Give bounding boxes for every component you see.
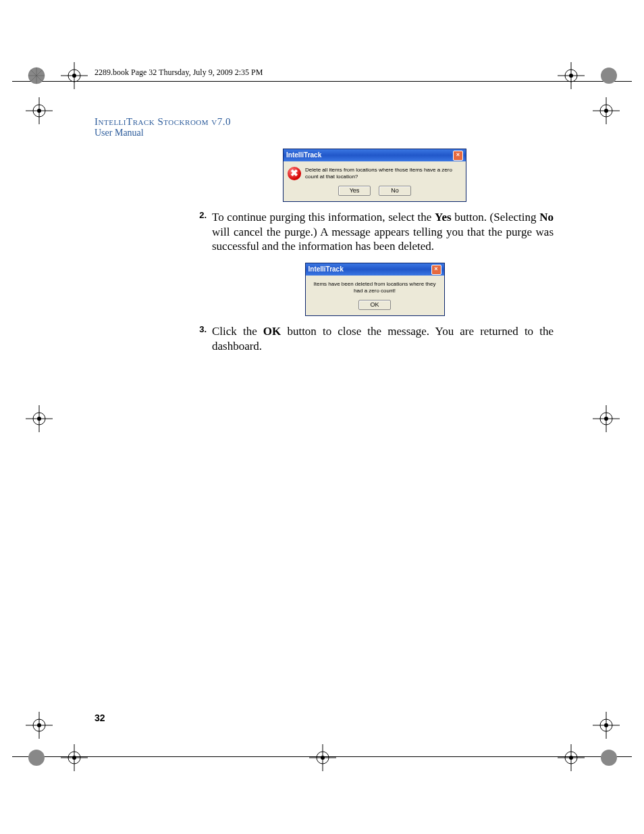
registration-mark-icon xyxy=(593,97,620,124)
product-name: IntelliTrack Stockroom v7.0 xyxy=(95,116,231,128)
svg-point-51 xyxy=(28,750,45,766)
svg-point-50 xyxy=(601,68,617,84)
dialog-titlebar: IntelliTrack × xyxy=(306,263,444,276)
dialog-body: ✖ Delete all items from locations where … xyxy=(284,161,466,201)
doc-subtitle: User Manual xyxy=(95,128,231,138)
main-content: IntelliTrack × ✖ Delete all items from l… xyxy=(196,149,554,353)
close-icon[interactable]: × xyxy=(453,151,463,161)
svg-point-3 xyxy=(72,74,76,78)
svg-point-7 xyxy=(569,74,573,78)
dialog-message: Delete all items from locations where th… xyxy=(305,167,462,180)
step-text: To continue purging this information, se… xyxy=(212,210,554,253)
step-number: 2. xyxy=(196,210,207,253)
confirm-dialog: IntelliTrack × ✖ Delete all items from l… xyxy=(283,149,466,202)
dialog-message: Items have been deleted from locations w… xyxy=(310,281,440,294)
registration-mark-icon xyxy=(61,744,88,771)
dialog-title: IntelliTrack xyxy=(308,265,344,274)
dialog-title: IntelliTrack xyxy=(286,151,321,160)
sunburst-icon xyxy=(599,66,618,85)
page-number: 32 xyxy=(95,712,105,723)
error-icon: ✖ xyxy=(288,167,301,180)
registration-mark-icon xyxy=(593,405,620,432)
registration-mark-icon xyxy=(558,62,585,89)
registration-mark-icon xyxy=(26,712,53,739)
svg-point-43 xyxy=(569,756,573,760)
registration-mark-icon xyxy=(558,744,585,771)
ok-button[interactable]: OK xyxy=(358,300,391,310)
registration-mark-icon xyxy=(61,62,88,89)
svg-point-27 xyxy=(37,723,41,727)
dialog-titlebar: IntelliTrack × xyxy=(284,149,466,161)
svg-point-19 xyxy=(37,417,41,421)
step-text: Click the OK button to close the message… xyxy=(212,324,554,353)
svg-point-52 xyxy=(601,750,617,766)
svg-point-35 xyxy=(72,756,76,760)
document-title: IntelliTrack Stockroom v7.0 User Manual xyxy=(95,116,231,138)
page-header: 2289.book Page 32 Thursday, July 9, 2009… xyxy=(95,68,263,78)
header-rule xyxy=(12,81,632,82)
svg-point-23 xyxy=(604,417,608,421)
registration-mark-icon xyxy=(26,97,53,124)
step-number: 3. xyxy=(196,324,207,353)
dialog-body: Items have been deleted from locations w… xyxy=(306,276,444,315)
step-3: 3. Click the OK button to close the mess… xyxy=(196,324,554,353)
registration-mark-icon xyxy=(593,712,620,739)
svg-point-11 xyxy=(37,109,41,113)
registration-mark-icon xyxy=(26,405,53,432)
registration-mark-icon xyxy=(309,744,336,771)
svg-point-31 xyxy=(604,723,608,727)
yes-button[interactable]: Yes xyxy=(338,186,371,196)
svg-point-39 xyxy=(321,756,325,760)
no-button[interactable]: No xyxy=(379,186,411,196)
sunburst-icon xyxy=(599,748,618,767)
svg-point-15 xyxy=(604,109,608,113)
success-dialog: IntelliTrack × Items have been deleted f… xyxy=(305,263,445,316)
sunburst-icon xyxy=(27,748,46,767)
step-2: 2. To continue purging this information,… xyxy=(196,210,554,253)
close-icon[interactable]: × xyxy=(431,265,441,275)
sunburst-icon xyxy=(27,66,46,85)
